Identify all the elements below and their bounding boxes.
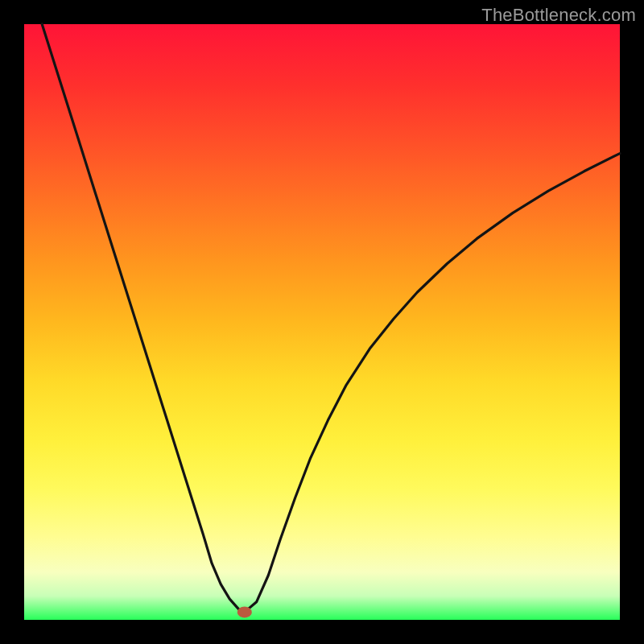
watermark-text: TheBottleneck.com xyxy=(481,5,636,26)
plot-area xyxy=(24,24,620,620)
minimum-marker xyxy=(237,606,252,617)
bottleneck-curve xyxy=(24,24,620,620)
curve-path xyxy=(42,24,620,612)
chart-stage: TheBottleneck.com xyxy=(0,0,644,644)
